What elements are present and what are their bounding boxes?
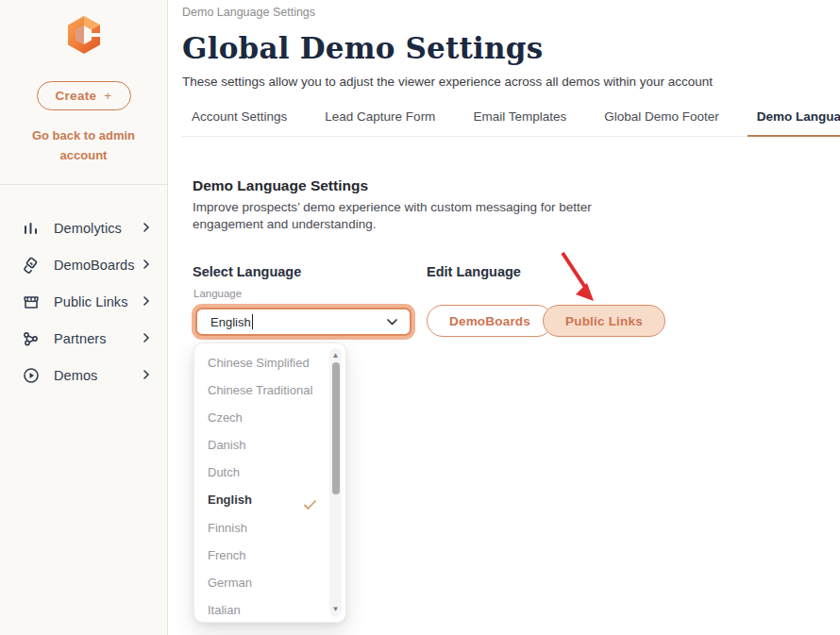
edit-language-heading: Edit Language: [427, 264, 521, 279]
language-option-chinese-traditional[interactable]: Chinese Traditional: [194, 376, 345, 404]
plus-icon: +: [104, 89, 111, 103]
boards-icon: [22, 257, 40, 275]
sidebar-item-label: Demos: [54, 368, 143, 383]
language-select[interactable]: English: [195, 308, 412, 336]
chevron-right-icon: [143, 367, 150, 384]
settings-tabs: Account Settings Lead Capture Form Email…: [182, 109, 840, 137]
language-option-german[interactable]: German: [194, 569, 345, 596]
language-option-czech[interactable]: Czech: [194, 404, 345, 431]
section-heading: Demo Language Settings: [193, 177, 368, 194]
language-option-french[interactable]: French: [194, 542, 345, 569]
tab-global-demo-footer[interactable]: Global Demo Footer: [595, 109, 729, 136]
sidebar-divider: [0, 184, 167, 185]
network-icon: [22, 330, 40, 348]
section-description: Improve prospects’ demo experience with …: [193, 199, 659, 232]
create-button[interactable]: Create+: [37, 81, 131, 110]
text-cursor: [252, 314, 254, 329]
brand-logo-c-icon: [61, 12, 107, 58]
language-option-italian[interactable]: Italian: [194, 596, 345, 623]
language-option-list: Chinese Simplified Chinese Traditional C…: [194, 349, 345, 623]
public-links-button[interactable]: Public Links: [543, 305, 665, 337]
sidebar: Create+ Go back to admin account Demolyt…: [0, 0, 168, 635]
scroll-up-icon[interactable]: ▲: [329, 351, 342, 360]
sidebar-item-demolytics[interactable]: Demolytics: [0, 210, 167, 247]
chevron-right-icon: [143, 330, 150, 347]
sidebar-item-label: Partners: [54, 331, 143, 346]
select-language-heading: Select Language: [193, 264, 301, 279]
language-option-dutch[interactable]: Dutch: [194, 459, 345, 486]
language-option-label: English: [208, 493, 252, 507]
sidebar-nav: Demolytics DemoBoards Public Links: [0, 210, 167, 394]
demoboards-button[interactable]: DemoBoards: [427, 305, 553, 337]
page-subtitle: These settings allow you to adjust the v…: [182, 75, 840, 89]
language-option-finnish[interactable]: Finnish: [194, 514, 345, 542]
sidebar-item-public-links[interactable]: Public Links: [0, 284, 167, 321]
language-dropdown: Chinese Simplified Chinese Traditional C…: [193, 343, 346, 623]
sidebar-item-label: Demolytics: [54, 221, 143, 236]
create-button-label: Create: [55, 89, 96, 103]
chevron-down-icon: [386, 318, 398, 326]
scrollbar-thumb[interactable]: [332, 362, 340, 494]
sidebar-item-partners[interactable]: Partners: [0, 321, 167, 358]
chevron-right-icon: [143, 220, 150, 237]
tab-account-settings[interactable]: Account Settings: [182, 109, 296, 136]
language-select-value: English: [210, 315, 251, 329]
storefront-icon: [22, 293, 40, 311]
brand-logo[interactable]: [0, 0, 167, 58]
tab-email-templates[interactable]: Email Templates: [463, 109, 576, 136]
dropdown-scrollbar[interactable]: ▲ ▼: [329, 348, 342, 617]
red-arrow-annotation: [552, 246, 605, 307]
bar-chart-icon: [22, 220, 40, 238]
tab-lead-capture-form[interactable]: Lead Capture Form: [315, 109, 445, 136]
language-option-english[interactable]: English: [194, 486, 345, 513]
back-to-admin-link[interactable]: Go back to admin account: [0, 126, 167, 166]
main-content: Demo Language Settings Global Demo Setti…: [168, 0, 840, 137]
language-option-danish[interactable]: Danish: [194, 431, 345, 459]
chevron-right-icon: [143, 257, 150, 274]
sidebar-item-label: Public Links: [54, 294, 143, 309]
play-circle-icon: [22, 367, 40, 385]
sidebar-item-label: DemoBoards: [54, 258, 143, 273]
scroll-down-icon[interactable]: ▼: [329, 605, 342, 614]
page-title: Global Demo Settings: [182, 31, 840, 65]
breadcrumb: Demo Language Settings: [182, 6, 840, 19]
tab-demo-language-settings[interactable]: Demo Language Settings: [748, 109, 840, 137]
language-option-chinese-simplified[interactable]: Chinese Simplified: [194, 349, 345, 376]
language-field-label: Language: [193, 288, 242, 299]
sidebar-item-demoboards[interactable]: DemoBoards: [0, 247, 167, 284]
sidebar-item-demos[interactable]: Demos: [0, 358, 167, 394]
chevron-right-icon: [143, 293, 150, 310]
